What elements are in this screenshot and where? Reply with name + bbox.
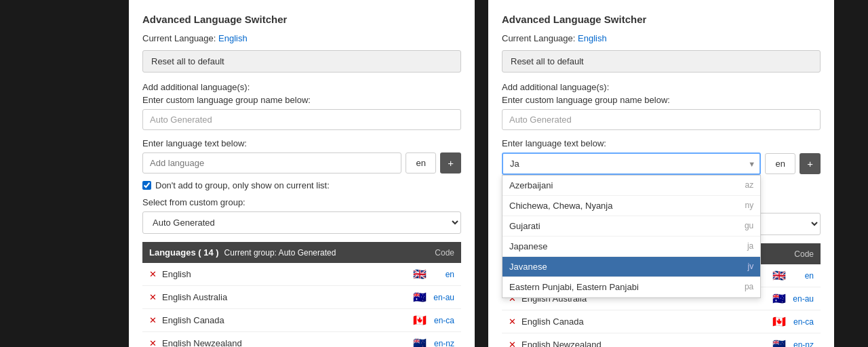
right-language-dropdown-input[interactable]	[502, 152, 761, 175]
right-remove-en-ca[interactable]: ✕	[509, 317, 516, 327]
right-current-language-row: Current Language: English	[502, 33, 821, 43]
right-dropdown-item-japanese[interactable]: Japanese ja	[502, 237, 760, 257]
left-lang-name-en-nz: English Newzealand	[162, 338, 413, 347]
right-flag-au	[772, 292, 786, 305]
right-lang-code-en-nz: en-nz	[790, 340, 814, 348]
left-lang-name-en-ca: English Canada	[162, 315, 413, 325]
left-remove-en-au[interactable]: ✕	[149, 292, 157, 302]
right-panel: Advanced Language Switcher Current Langu…	[488, 0, 834, 347]
right-item-code-javanese: jv	[748, 262, 754, 272]
left-panel: Advanced Language Switcher Current Langu…	[129, 0, 475, 347]
left-current-language-row: Current Language: English	[142, 33, 461, 43]
left-remove-en-nz[interactable]: ✕	[149, 338, 157, 347]
right-item-code-azerbaijani: az	[745, 180, 754, 190]
left-lang-code: en	[406, 152, 436, 174]
right-group-name-input[interactable]	[502, 109, 821, 130]
right-dropdown-item-gujarati[interactable]: Gujarati gu	[502, 216, 760, 237]
right-item-name-eastern-punjabi: Eastern Punjabi, Eastern Panjabi	[509, 282, 639, 292]
left-lang-name-english: English	[162, 269, 413, 279]
left-lang-count: Languages ( 14 )	[149, 247, 219, 258]
left-code-label: Code	[435, 248, 454, 258]
left-panel-title: Advanced Language Switcher	[142, 14, 461, 25]
right-language-input-row: ▼ Azerbaijani az Chichewa, Chewa, Nyanja…	[502, 152, 821, 175]
right-lang-code-english: en	[790, 271, 814, 281]
left-flag-ca	[413, 314, 427, 327]
left-reset-button[interactable]: Reset all to default	[142, 50, 461, 73]
right-flag-uk	[772, 269, 786, 282]
left-group-select[interactable]: Auto Generated	[142, 211, 461, 234]
right-lang-name-en-nz: English Newzealand	[521, 340, 772, 347]
right-item-code-eastern-punjabi: pa	[745, 282, 753, 292]
left-add-languages-label: Add additional language(s):	[142, 82, 461, 92]
right-panel-title: Advanced Language Switcher	[502, 14, 821, 25]
left-language-text-label: Enter language text below:	[142, 138, 461, 148]
right-item-code-gujarati: gu	[745, 221, 753, 231]
right-language-text-label: Enter language text below:	[502, 138, 821, 148]
right-dropdown-item-javanese[interactable]: Javanese jv	[502, 257, 760, 277]
left-current-language-link[interactable]: English	[218, 33, 248, 43]
right-dropdown-item-chichewa[interactable]: Chichewa, Chewa, Nyanja ny	[502, 196, 760, 216]
left-group-name-label: Enter custom language group name below:	[142, 95, 461, 105]
left-group-name-input[interactable]	[142, 109, 461, 130]
right-lang-code-en-ca: en-ca	[790, 317, 814, 327]
left-current-language-label: Current Language:	[142, 33, 216, 43]
right-group-name-label: Enter custom language group name below:	[502, 95, 821, 105]
right-dropdown-item-eastern-punjabi[interactable]: Eastern Punjabi, Eastern Panjabi pa	[502, 277, 760, 298]
left-flag-nz	[413, 337, 427, 347]
right-code-label: Code	[794, 249, 814, 259]
right-item-name-japanese: Japanese	[509, 241, 547, 251]
right-item-name-javanese: Javanese	[509, 262, 547, 272]
left-lang-code-en-nz: en-nz	[431, 339, 454, 348]
right-lang-row-en-ca: ✕ English Canada en-ca	[502, 310, 821, 333]
left-flag-uk	[413, 268, 427, 281]
right-item-code-japanese: ja	[747, 241, 753, 251]
left-select-group-label: Select from custom group:	[142, 197, 461, 207]
left-language-text-input[interactable]	[142, 152, 401, 174]
right-remove-en-nz[interactable]: ✕	[509, 340, 516, 347]
left-current-group: Current group: Auto Generated	[224, 248, 435, 258]
left-lang-row-en-nz: ✕ English Newzealand en-nz	[142, 332, 461, 347]
right-current-language-link[interactable]: English	[578, 33, 607, 43]
left-language-input-row: en +	[142, 152, 461, 174]
right-reset-button[interactable]: Reset all to default	[502, 50, 821, 73]
left-lang-code-en-ca: en-ca	[431, 316, 454, 325]
right-dropdown-menu: Azerbaijani az Chichewa, Chewa, Nyanja n…	[502, 175, 761, 298]
right-lang-name-en-ca: English Canada	[521, 317, 772, 327]
left-lang-name-en-au: English Australia	[162, 292, 413, 302]
left-lang-row-english: ✕ English en	[142, 263, 461, 286]
right-dropdown-item-azerbaijani[interactable]: Azerbaijani az	[502, 176, 760, 196]
left-add-language-button[interactable]: +	[440, 152, 461, 174]
right-lang-code-en-au: en-au	[790, 294, 814, 304]
right-item-name-gujarati: Gujarati	[509, 221, 540, 231]
left-flag-au	[413, 291, 427, 304]
left-lang-code-en-au: en-au	[431, 293, 454, 302]
right-item-code-chichewa: ny	[745, 201, 754, 211]
right-item-name-chichewa: Chichewa, Chewa, Nyanja	[509, 201, 612, 211]
right-add-language-button[interactable]: +	[800, 153, 821, 174]
left-languages-list: ✕ English en ✕ English Australia en-au ✕…	[142, 263, 461, 347]
left-remove-english[interactable]: ✕	[149, 269, 157, 279]
left-lang-code-english: en	[431, 270, 454, 279]
left-remove-en-ca[interactable]: ✕	[149, 315, 157, 325]
right-add-languages-label: Add additional language(s):	[502, 82, 821, 92]
right-dropdown-container: ▼ Azerbaijani az Chichewa, Chewa, Nyanja…	[502, 152, 761, 175]
right-current-language-label: Current Language:	[502, 33, 575, 43]
right-flag-ca	[772, 315, 786, 328]
left-languages-header: Languages ( 14 ) Current group: Auto Gen…	[142, 242, 461, 263]
left-lang-row-en-ca: ✕ English Canada en-ca	[142, 309, 461, 332]
right-lang-code: en	[765, 153, 795, 174]
left-checkbox-label: Don't add to group, only show on current…	[155, 180, 330, 190]
right-lang-row-en-nz: ✕ English Newzealand en-nz	[502, 333, 821, 347]
right-item-name-azerbaijani: Azerbaijani	[509, 180, 553, 190]
left-group-checkbox[interactable]	[142, 181, 151, 190]
left-checkbox-row: Don't add to group, only show on current…	[142, 180, 461, 190]
right-flag-nz	[772, 338, 786, 347]
left-lang-row-en-au: ✕ English Australia en-au	[142, 286, 461, 309]
